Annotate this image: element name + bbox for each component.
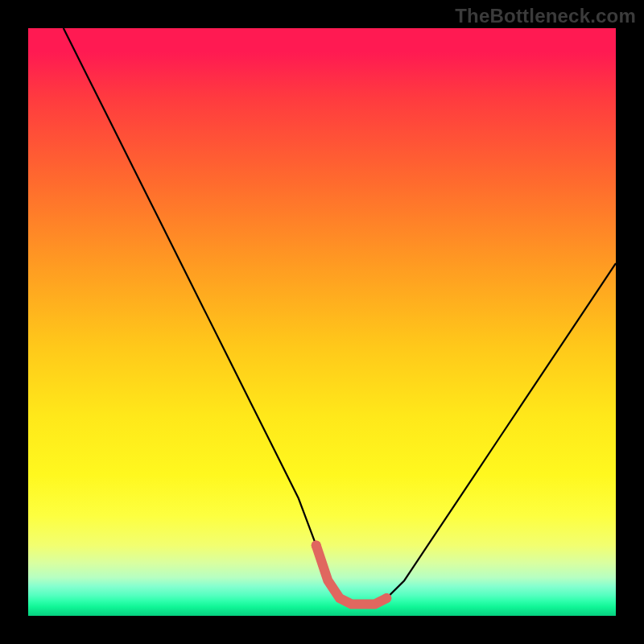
- chart-frame: TheBottleneck.com: [0, 0, 644, 644]
- flat-region-marker: [316, 545, 387, 604]
- flat-region-dot-right: [382, 593, 391, 603]
- watermark-text: TheBottleneck.com: [455, 5, 636, 27]
- bottleneck-curve: [64, 28, 616, 604]
- curve-layer: [28, 28, 616, 616]
- flat-region-dot-left: [312, 540, 321, 550]
- plot-area: [28, 28, 616, 616]
